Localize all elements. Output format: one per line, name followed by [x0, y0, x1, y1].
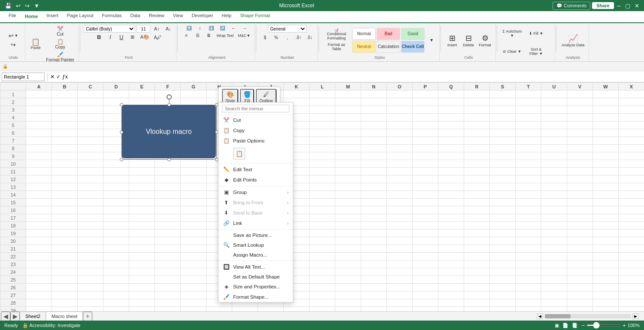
- table-row[interactable]: [129, 176, 155, 183]
- table-row[interactable]: [438, 176, 464, 183]
- table-row[interactable]: [438, 245, 464, 253]
- table-row[interactable]: [541, 253, 567, 260]
- table-row[interactable]: [310, 253, 335, 260]
- table-row[interactable]: [464, 206, 490, 214]
- table-row[interactable]: [310, 245, 335, 253]
- row-header-19[interactable]: 19: [0, 230, 26, 237]
- table-row[interactable]: [361, 260, 387, 268]
- table-row[interactable]: [387, 284, 413, 291]
- table-row[interactable]: [516, 206, 541, 214]
- table-row[interactable]: [516, 152, 541, 160]
- table-row[interactable]: [516, 260, 541, 268]
- row-header-21[interactable]: 21: [0, 245, 26, 253]
- table-row[interactable]: [593, 114, 619, 121]
- table-row[interactable]: [335, 91, 361, 98]
- table-row[interactable]: [361, 284, 387, 291]
- table-row[interactable]: [541, 291, 567, 299]
- style-bad[interactable]: Bad: [377, 28, 400, 40]
- table-row[interactable]: [567, 137, 593, 145]
- table-row[interactable]: [361, 214, 387, 222]
- align-top-button[interactable]: ⬆️: [184, 25, 194, 31]
- cut-button[interactable]: ✂️ Cut: [44, 25, 76, 37]
- table-row[interactable]: [129, 91, 155, 98]
- table-row[interactable]: [361, 121, 387, 129]
- table-row[interactable]: [361, 183, 387, 191]
- table-row[interactable]: [413, 176, 438, 183]
- table-row[interactable]: [335, 214, 361, 222]
- table-row[interactable]: [129, 268, 155, 276]
- table-row[interactable]: [52, 284, 78, 291]
- increase-font-button[interactable]: A↑: [152, 26, 162, 32]
- table-row[interactable]: [181, 307, 207, 312]
- table-row[interactable]: [335, 176, 361, 183]
- table-row[interactable]: [26, 91, 52, 98]
- table-row[interactable]: [413, 237, 438, 245]
- table-row[interactable]: [567, 106, 593, 114]
- table-row[interactable]: [464, 121, 490, 129]
- table-row[interactable]: [464, 253, 490, 260]
- table-row[interactable]: [541, 268, 567, 276]
- table-row[interactable]: [619, 206, 644, 214]
- table-row[interactable]: [310, 168, 335, 176]
- font-color-button[interactable]: A🖊: [152, 34, 163, 41]
- table-row[interactable]: [516, 299, 541, 307]
- table-row[interactable]: [593, 230, 619, 237]
- handle-top-center[interactable]: [167, 103, 171, 106]
- table-row[interactable]: [52, 98, 78, 106]
- table-row[interactable]: [103, 176, 129, 183]
- table-row[interactable]: [413, 168, 438, 176]
- table-row[interactable]: [516, 98, 541, 106]
- table-row[interactable]: [619, 145, 644, 152]
- table-row[interactable]: [593, 152, 619, 160]
- table-row[interactable]: [310, 206, 335, 214]
- indent-increase-button[interactable]: →: [240, 25, 250, 31]
- table-row[interactable]: [155, 199, 181, 206]
- table-row[interactable]: [361, 299, 387, 307]
- table-row[interactable]: [541, 199, 567, 206]
- table-row[interactable]: [567, 168, 593, 176]
- align-left-button[interactable]: ≡: [181, 32, 191, 39]
- table-row[interactable]: [438, 214, 464, 222]
- table-row[interactable]: [438, 137, 464, 145]
- table-row[interactable]: [567, 276, 593, 284]
- shape-container[interactable]: Vlookup macro: [122, 105, 217, 160]
- table-row[interactable]: [129, 160, 155, 168]
- table-row[interactable]: [387, 268, 413, 276]
- table-row[interactable]: [52, 121, 78, 129]
- table-row[interactable]: [103, 245, 129, 253]
- table-row[interactable]: [78, 230, 103, 237]
- table-row[interactable]: [78, 191, 103, 199]
- row-header-16[interactable]: 16: [0, 206, 26, 214]
- table-row[interactable]: [567, 284, 593, 291]
- handle-bottom-center[interactable]: [167, 158, 171, 161]
- table-row[interactable]: [438, 230, 464, 237]
- row-header-6[interactable]: 6: [0, 129, 26, 137]
- table-row[interactable]: [207, 307, 232, 312]
- table-row[interactable]: [619, 176, 644, 183]
- table-row[interactable]: [413, 230, 438, 237]
- col-header-D[interactable]: D: [103, 83, 129, 91]
- table-row[interactable]: [516, 137, 541, 145]
- comma-btn[interactable]: ,: [282, 34, 292, 41]
- table-row[interactable]: [155, 260, 181, 268]
- table-row[interactable]: [438, 114, 464, 121]
- table-row[interactable]: [78, 145, 103, 152]
- table-row[interactable]: [593, 253, 619, 260]
- style-normal[interactable]: Normal: [352, 28, 376, 40]
- table-row[interactable]: [103, 299, 129, 307]
- table-row[interactable]: [619, 91, 644, 98]
- table-row[interactable]: [335, 276, 361, 284]
- table-row[interactable]: [413, 152, 438, 160]
- table-row[interactable]: [26, 106, 52, 114]
- table-row[interactable]: [361, 106, 387, 114]
- table-row[interactable]: [413, 91, 438, 98]
- table-row[interactable]: [541, 214, 567, 222]
- context-menu-view-alt-text[interactable]: 🔲 View Alt Text...: [219, 262, 293, 272]
- table-row[interactable]: [413, 183, 438, 191]
- table-row[interactable]: [129, 199, 155, 206]
- table-row[interactable]: [387, 253, 413, 260]
- delete-cells-button[interactable]: ⊟ Delete: [461, 26, 476, 54]
- table-row[interactable]: [413, 260, 438, 268]
- table-row[interactable]: [567, 160, 593, 168]
- table-row[interactable]: [26, 183, 52, 191]
